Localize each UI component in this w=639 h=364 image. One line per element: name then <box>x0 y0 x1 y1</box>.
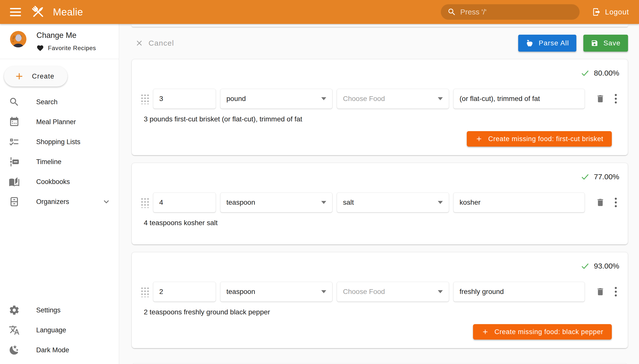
timeline-icon <box>9 156 20 167</box>
magnify-icon <box>9 96 20 108</box>
sidebar-item-timeline[interactable]: Timeline <box>0 152 119 172</box>
app-title: Mealie <box>53 6 83 18</box>
check-icon <box>580 172 590 182</box>
drag-handle-icon[interactable] <box>140 93 149 104</box>
search-placeholder: Press '/' <box>460 8 487 16</box>
sidebar-item-label: Search <box>36 98 111 106</box>
app-bar: Mealie Press '/' Logout <box>0 0 639 24</box>
sidebar-bottom-nav: Settings Language Dark Mode <box>0 300 119 360</box>
ingredient-card: 80.00% pound Choose Food 3 pou <box>132 59 628 155</box>
dropdown-arrow-icon <box>438 290 443 293</box>
dropdown-arrow-icon <box>321 201 326 204</box>
create-button[interactable]: Create <box>4 66 67 86</box>
check-icon <box>580 68 590 78</box>
dropdown-arrow-icon <box>438 201 443 204</box>
dropdown-arrow-icon <box>321 97 326 100</box>
sidebar-nav: Search Meal Planner Shopping Lists Timel… <box>0 92 119 212</box>
sidebar-item-organizers[interactable]: Organizers <box>0 192 119 212</box>
food-select[interactable]: Choose Food <box>337 282 449 302</box>
heart-icon <box>37 44 44 52</box>
note-input[interactable] <box>453 282 585 302</box>
avatar[interactable] <box>10 31 27 52</box>
drag-handle-icon[interactable] <box>140 197 149 208</box>
trash-icon[interactable] <box>595 198 605 207</box>
sidebar-item-meal-planner[interactable]: Meal Planner <box>0 112 119 132</box>
parse-all-label: Parse All <box>539 39 569 47</box>
unit-select[interactable]: teaspoon <box>220 192 332 212</box>
kebab-menu-icon[interactable] <box>615 198 617 207</box>
create-button-label: Create <box>32 72 54 80</box>
plus-icon <box>14 71 25 82</box>
translate-icon <box>9 324 20 336</box>
calendar-icon <box>9 116 20 128</box>
sidebar-item-language[interactable]: Language <box>0 320 119 340</box>
mealie-logo-icon <box>31 4 46 20</box>
check-icon <box>580 261 590 271</box>
gear-icon <box>9 305 20 316</box>
quantity-input[interactable] <box>153 89 216 109</box>
save-icon <box>591 40 598 47</box>
sidebar-item-label: Meal Planner <box>36 118 111 126</box>
original-ingredient-text: 4 teaspoons kosher salt <box>144 219 616 227</box>
sidebar-item-dark-mode[interactable]: Dark Mode <box>0 340 119 360</box>
sidebar-item-label: Cookbooks <box>36 178 111 186</box>
sidebar: Change Me Favorite Recipes Create Search <box>0 24 119 364</box>
note-input[interactable] <box>453 192 585 212</box>
ingredient-card: 93.00% teaspoon Choose Food 2 <box>132 252 628 348</box>
checklist-icon <box>9 136 20 147</box>
previous-card-edge <box>132 24 628 27</box>
sidebar-item-label: Organizers <box>36 198 101 206</box>
global-search-input[interactable]: Press '/' <box>441 4 580 20</box>
save-button[interactable]: Save <box>583 35 628 52</box>
logout-button[interactable]: Logout <box>592 8 629 16</box>
quantity-input[interactable] <box>153 282 216 302</box>
chevron-down-icon[interactable] <box>101 197 111 207</box>
sidebar-item-label: Timeline <box>36 158 111 166</box>
food-select[interactable]: salt <box>337 192 449 212</box>
user-section[interactable]: Change Me Favorite Recipes <box>0 24 119 59</box>
favorite-recipes-label: Favorite Recipes <box>48 45 96 52</box>
save-label: Save <box>603 39 620 47</box>
kebab-menu-icon[interactable] <box>615 287 617 296</box>
trash-icon[interactable] <box>595 94 605 104</box>
sidebar-item-cookbooks[interactable]: Cookbooks <box>0 172 119 192</box>
cancel-label: Cancel <box>148 39 174 47</box>
unit-select[interactable]: teaspoon <box>220 282 332 302</box>
file-cabinet-icon <box>9 196 20 207</box>
logout-icon <box>592 8 601 16</box>
sidebar-divider <box>0 59 119 59</box>
moon-stars-icon <box>9 344 20 356</box>
quantity-input[interactable] <box>153 192 216 212</box>
close-icon <box>135 39 143 47</box>
kebab-menu-icon[interactable] <box>615 94 617 104</box>
ingredient-list: 80.00% pound Choose Food 3 pou <box>132 59 628 364</box>
original-ingredient-text: 2 teaspoons freshly ground black pepper <box>144 308 616 316</box>
sidebar-item-settings[interactable]: Settings <box>0 300 119 320</box>
sidebar-item-label: Settings <box>36 306 111 314</box>
user-name: Change Me <box>37 31 96 40</box>
sidebar-item-search[interactable]: Search <box>0 92 119 112</box>
trash-icon[interactable] <box>595 287 605 296</box>
confidence-value: 80.00% <box>594 69 619 77</box>
logout-label: Logout <box>605 8 629 16</box>
sidebar-item-label: Language <box>36 326 111 334</box>
create-missing-food-button[interactable]: Create missing food: black pepper <box>473 324 612 340</box>
sidebar-item-shopping-lists[interactable]: Shopping Lists <box>0 132 119 152</box>
search-icon <box>447 8 456 16</box>
sidebar-item-label: Shopping Lists <box>36 138 111 146</box>
favorite-recipes-link[interactable]: Favorite Recipes <box>37 44 96 52</box>
parse-all-button[interactable]: Parse All <box>518 35 576 52</box>
drag-handle-icon[interactable] <box>140 286 149 297</box>
create-missing-food-button[interactable]: Create missing food: first-cut brisket <box>467 131 612 146</box>
food-select[interactable]: Choose Food <box>337 89 449 109</box>
open-book-icon <box>9 176 20 187</box>
dropdown-arrow-icon <box>438 97 443 100</box>
ingredient-card: 77.00% teaspoon salt 4 teaspoo <box>132 163 628 244</box>
cancel-button[interactable]: Cancel <box>132 39 177 47</box>
plus-icon <box>475 135 483 142</box>
original-ingredient-text: 3 pounds first-cut brisket (or flat-cut)… <box>144 115 616 123</box>
note-input[interactable] <box>453 89 585 109</box>
sidebar-item-label: Dark Mode <box>36 346 111 354</box>
unit-select[interactable]: pound <box>220 89 332 109</box>
menu-icon[interactable] <box>8 4 24 20</box>
